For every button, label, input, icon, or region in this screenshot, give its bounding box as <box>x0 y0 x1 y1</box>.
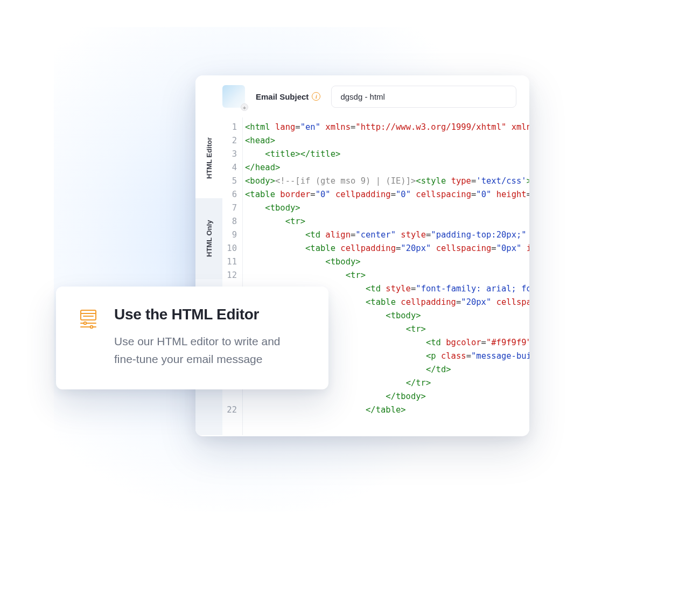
info-icon[interactable]: i <box>312 92 320 101</box>
add-thumbnail-icon[interactable]: + <box>241 103 248 111</box>
svg-point-4 <box>84 322 87 325</box>
html-editor-icon <box>78 308 99 330</box>
svg-rect-0 <box>81 310 96 320</box>
callout-text: Use the HTML Editor Use our HTML editor … <box>114 306 305 368</box>
email-thumbnail[interactable]: + <box>222 85 245 108</box>
svg-point-6 <box>90 326 93 329</box>
callout-description: Use our HTML editor to write and fine-tu… <box>114 333 305 368</box>
tab-html-only[interactable]: HTML Only <box>195 198 222 279</box>
feature-callout: Use the HTML Editor Use our HTML editor … <box>56 287 328 389</box>
subject-label: Email Subject i <box>256 92 320 101</box>
tab-html-editor[interactable]: HTML Editor <box>195 117 222 198</box>
subject-input[interactable]: dgsdg - html <box>331 86 516 108</box>
subject-label-text: Email Subject <box>256 92 309 101</box>
callout-title: Use the HTML Editor <box>114 306 305 323</box>
editor-header: + Email Subject i dgsdg - html <box>195 75 529 117</box>
